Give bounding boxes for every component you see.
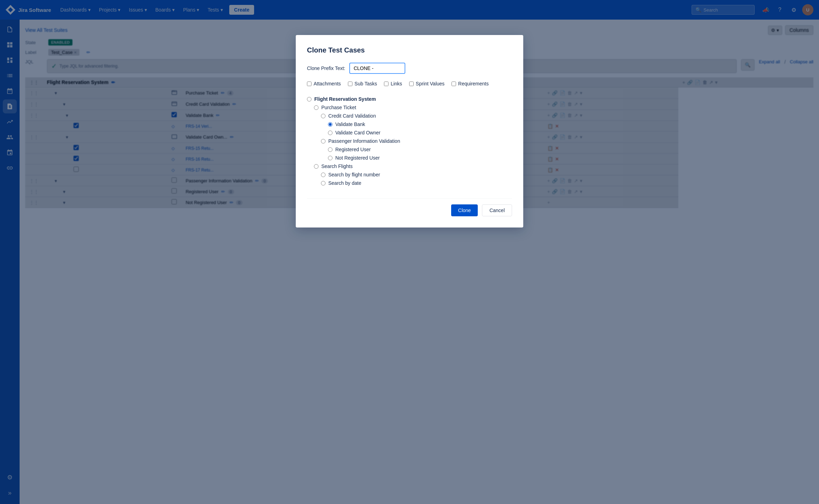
sprint-values-checkbox[interactable]	[409, 82, 414, 86]
tree-radio-search-by-date[interactable]	[321, 181, 326, 186]
option-attachments: Attachments	[307, 81, 341, 86]
tree-label-validate-bank: Validate Bank	[335, 121, 365, 127]
tree-radio-passenger-info[interactable]	[321, 139, 326, 144]
option-links: Links	[384, 81, 402, 86]
option-requirements: Requirements	[451, 81, 489, 86]
sprint-values-label: Sprint Values	[416, 81, 444, 86]
subtasks-checkbox[interactable]	[348, 82, 352, 86]
tree-item-not-registered-user[interactable]: Not Registered User	[307, 154, 512, 162]
links-checkbox[interactable]	[384, 82, 388, 86]
tree-item-flight-reservation[interactable]: Flight Reservation System	[307, 95, 512, 103]
tree-radio-registered-user[interactable]	[328, 147, 332, 152]
test-case-tree: Flight Reservation System Purchase Ticke…	[307, 95, 512, 187]
tree-label-search-flights: Search Flights	[321, 163, 352, 169]
tree-radio-purchase-ticket[interactable]	[314, 105, 318, 110]
tree-radio-flight-reservation[interactable]	[307, 97, 312, 102]
tree-radio-search-by-flight-number[interactable]	[321, 173, 326, 177]
tree-label-passenger-info: Passenger Information Validation	[328, 138, 400, 144]
tree-label-search-by-flight-number: Search by flight number	[328, 172, 380, 177]
requirements-checkbox[interactable]	[451, 82, 456, 86]
clone-test-cases-modal: Clone Test Cases Clone Prefix Text: Atta…	[296, 35, 523, 227]
tree-item-passenger-info[interactable]: Passenger Information Validation	[307, 137, 512, 145]
tree-radio-validate-bank[interactable]	[328, 122, 332, 127]
clone-prefix-input[interactable]	[349, 63, 405, 74]
tree-item-credit-card[interactable]: Credit Card Validation	[307, 112, 512, 120]
tree-label-registered-user: Registered User	[335, 147, 371, 152]
tree-item-validate-bank[interactable]: Validate Bank	[307, 120, 512, 128]
tree-radio-search-flights[interactable]	[314, 164, 318, 169]
tree-label-credit-card: Credit Card Validation	[328, 113, 376, 119]
subtasks-label: Sub Tasks	[355, 81, 377, 86]
option-subtasks: Sub Tasks	[348, 81, 377, 86]
tree-radio-credit-card[interactable]	[321, 114, 326, 118]
tree-item-search-flights[interactable]: Search Flights	[307, 162, 512, 170]
tree-radio-validate-card-owner[interactable]	[328, 131, 332, 135]
tree-item-registered-user[interactable]: Registered User	[307, 145, 512, 154]
tree-item-validate-card-owner[interactable]: Validate Card Owner	[307, 128, 512, 137]
tree-radio-not-registered-user[interactable]	[328, 156, 332, 160]
clone-button[interactable]: Clone	[451, 204, 478, 216]
tree-item-search-by-flight-number[interactable]: Search by flight number	[307, 170, 512, 179]
tree-label-search-by-date: Search by date	[328, 180, 361, 186]
links-label: Links	[391, 81, 402, 86]
option-sprint-values: Sprint Values	[409, 81, 444, 86]
options-row: Attachments Sub Tasks Links Sprint Value…	[307, 81, 512, 86]
clone-prefix-label: Clone Prefix Text:	[307, 65, 345, 71]
requirements-label: Requirements	[458, 81, 489, 86]
tree-label-validate-card-owner: Validate Card Owner	[335, 130, 380, 135]
tree-item-purchase-ticket[interactable]: Purchase Ticket	[307, 103, 512, 112]
modal-overlay: Clone Test Cases Clone Prefix Text: Atta…	[0, 0, 819, 504]
tree-label-not-registered-user: Not Registered User	[335, 155, 380, 161]
modal-title: Clone Test Cases	[307, 46, 512, 54]
tree-label-purchase-ticket: Purchase Ticket	[321, 105, 356, 110]
tree-label-flight-reservation: Flight Reservation System	[314, 96, 376, 102]
clone-prefix-row: Clone Prefix Text:	[307, 63, 512, 74]
cancel-button[interactable]: Cancel	[482, 204, 512, 216]
tree-item-search-by-date[interactable]: Search by date	[307, 179, 512, 187]
attachments-label: Attachments	[314, 81, 341, 86]
attachments-checkbox[interactable]	[307, 82, 312, 86]
modal-footer: Clone Cancel	[307, 198, 512, 216]
